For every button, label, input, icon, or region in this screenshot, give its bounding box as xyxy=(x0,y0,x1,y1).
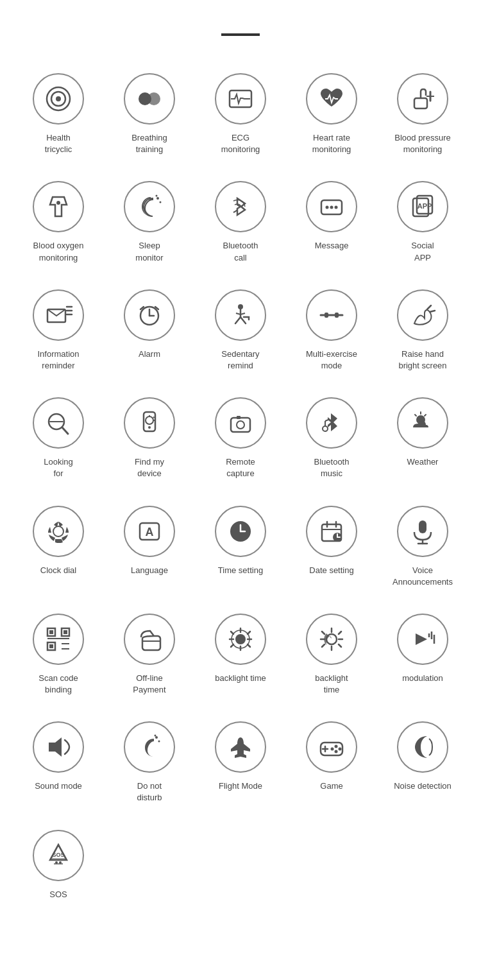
clock-dial-label: Clock dial xyxy=(40,565,76,576)
off-line-payment-label: Off-line Payment xyxy=(133,673,165,696)
feature-item-language: ALanguage xyxy=(104,494,195,602)
find-my-device-icon-circle xyxy=(124,397,175,449)
sleep-monitor-icon-circle xyxy=(124,181,175,232)
bluetooth-call-label: Bluetooth call xyxy=(223,240,258,263)
svg-line-44 xyxy=(153,417,155,418)
feature-item-off-line-payment: Off-line Payment xyxy=(104,602,195,710)
raise-hand-bright-screen-label: Raise hand bright screen xyxy=(398,348,446,372)
svg-point-82 xyxy=(235,634,246,644)
language-label: Language xyxy=(131,565,168,576)
svg-point-98 xyxy=(335,750,338,753)
alarm-label: Alarm xyxy=(139,348,160,360)
looking-for-label: Looking for xyxy=(44,456,73,479)
feature-item-weather: Weather xyxy=(377,386,468,494)
svg-rect-80 xyxy=(49,644,53,648)
svg-line-38 xyxy=(62,427,68,434)
feature-item-multi-exercise-mode: Multi-exercise mode xyxy=(286,278,377,386)
feature-item-blood-pressure-monitoring: Blood pressure monitoring xyxy=(377,62,468,169)
svg-point-96 xyxy=(335,745,338,748)
feature-item-raise-hand-bright-screen: Raise hand bright screen xyxy=(377,278,468,386)
feature-item-heart-rate-monitoring: Heart rate monitoring xyxy=(286,62,377,169)
svg-point-4 xyxy=(148,92,160,105)
game-label: Game xyxy=(320,780,342,792)
feature-item-ecg-monitoring: ECG monitoring xyxy=(195,62,286,169)
sos-label: SOS xyxy=(49,889,67,900)
svg-point-12 xyxy=(156,195,158,197)
game-icon-circle xyxy=(306,721,357,773)
svg-point-90 xyxy=(155,736,158,739)
svg-line-36 xyxy=(430,311,435,312)
weather-icon-circle xyxy=(397,397,448,449)
backlight-time-1-label: backlight time xyxy=(215,673,266,684)
multi-exercise-mode-icon-circle xyxy=(306,289,357,341)
alarm-icon-circle xyxy=(124,289,175,341)
language-icon-circle: A xyxy=(124,506,175,557)
do-not-disturb-icon-circle xyxy=(124,721,175,773)
feature-item-remote-capture: Remote capture xyxy=(195,386,286,494)
svg-point-16 xyxy=(335,206,338,209)
do-not-disturb-label: Do not disturb xyxy=(137,780,162,804)
sound-mode-label: Sound mode xyxy=(35,780,82,792)
feature-item-looking-for: Looking for xyxy=(13,386,104,494)
flight-mode-icon-circle xyxy=(215,721,266,773)
bluetooth-call-icon-circle xyxy=(215,181,266,232)
feature-item-blood-oxygen-monitoring: Blood oxygen monitoring xyxy=(13,169,104,277)
blood-oxygen-monitoring-label: Blood oxygen monitoring xyxy=(33,240,84,263)
feature-item-sos: SOSSOS xyxy=(13,818,104,915)
backlight-time-2-icon-circle xyxy=(306,614,357,665)
breathing-training-icon-circle xyxy=(124,73,175,125)
feature-item-flight-mode: Flight Mode xyxy=(195,710,286,818)
feature-item-bluetooth-music: Bluetooth music xyxy=(286,386,377,494)
svg-line-35 xyxy=(427,305,431,309)
blood-pressure-monitoring-label: Blood pressure monitoring xyxy=(394,132,450,155)
voice-announcements-label: Voice Announcements xyxy=(392,565,453,588)
date-setting-label: Date setting xyxy=(309,565,353,576)
heart-rate-monitoring-icon-circle xyxy=(306,73,357,125)
sleep-monitor-label: Sleep monitor xyxy=(135,240,163,263)
information-reminder-icon-circle xyxy=(33,289,84,341)
scan-code-binding-label: Scan code binding xyxy=(38,673,78,696)
remote-capture-label: Remote capture xyxy=(226,456,255,479)
feature-item-sedentary-remind: Sedentary remind xyxy=(195,278,286,386)
svg-point-91 xyxy=(158,741,160,743)
health-tricyclic-icon-circle xyxy=(33,73,84,125)
sos-icon-circle: SOS xyxy=(33,830,84,881)
svg-point-10 xyxy=(156,197,159,200)
backlight-time-1-icon-circle xyxy=(215,614,266,665)
bluetooth-music-icon-circle xyxy=(306,397,357,449)
ecg-monitoring-label: ECG monitoring xyxy=(221,132,260,155)
looking-for-icon-circle xyxy=(33,397,84,449)
svg-line-51 xyxy=(325,420,328,421)
noise-detection-label: Noise detection xyxy=(394,780,451,792)
feature-item-noise-detection: Noise detection xyxy=(377,710,468,818)
feature-item-breathing-training: Breathing training xyxy=(104,62,195,169)
feature-item-do-not-disturb: Do not disturb xyxy=(104,710,195,818)
multi-exercise-mode-label: Multi-exercise mode xyxy=(306,348,357,372)
feature-item-clock-dial: Clock dial xyxy=(13,494,104,602)
remote-capture-icon-circle xyxy=(215,397,266,449)
message-icon-circle xyxy=(306,181,357,232)
date-setting-icon-circle xyxy=(306,506,357,557)
feature-item-backlight-time-1: backlight time xyxy=(195,602,286,710)
svg-point-11 xyxy=(160,202,162,203)
feature-item-backlight-time-2: backlight time xyxy=(286,602,377,710)
feature-item-scan-code-binding: Scan code binding xyxy=(13,602,104,710)
feature-item-find-my-device: Find my device xyxy=(104,386,195,494)
modulation-icon-circle xyxy=(397,614,448,665)
feature-item-social-app: APPSocial APP xyxy=(377,169,468,277)
noise-detection-icon-circle xyxy=(397,721,448,773)
svg-text:SOS: SOS xyxy=(52,852,64,858)
information-reminder-label: Information reminder xyxy=(37,348,79,372)
feature-item-sound-mode: Sound mode xyxy=(13,710,104,818)
feature-item-sleep-monitor: Sleep monitor xyxy=(104,169,195,277)
feature-item-alarm: Alarm xyxy=(104,278,195,386)
svg-rect-69 xyxy=(419,520,426,533)
sedentary-remind-icon-circle xyxy=(215,289,266,341)
svg-line-54 xyxy=(425,415,426,416)
feature-item-information-reminder: Information reminder xyxy=(13,278,104,386)
svg-point-56 xyxy=(53,526,63,537)
features-grid: Health tricyclicBreathing trainingECG mo… xyxy=(13,62,468,915)
svg-point-99 xyxy=(331,748,334,751)
svg-point-15 xyxy=(330,206,333,209)
feature-item-game: Game xyxy=(286,710,377,818)
